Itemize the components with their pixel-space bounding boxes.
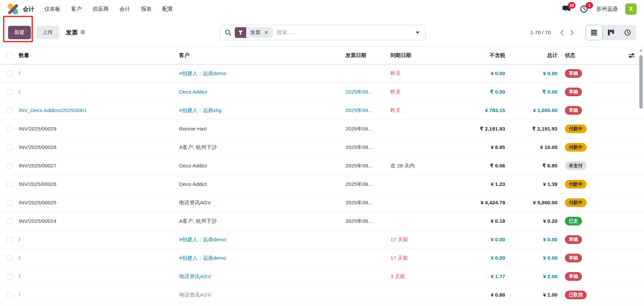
invoice-number: INV/2025/00024 bbox=[19, 218, 179, 224]
row-checkbox[interactable] bbox=[7, 292, 12, 298]
nav-item-vendors[interactable]: 供应商 bbox=[93, 6, 109, 13]
table-header-row: 数量 客户 发票日期 到期日期 不含税 总计 状态 bbox=[0, 47, 644, 64]
row-checkbox[interactable] bbox=[7, 274, 12, 279]
row-checkbox[interactable] bbox=[7, 255, 12, 261]
optional-columns-icon[interactable] bbox=[628, 52, 635, 59]
facet-remove-icon[interactable]: ✕ bbox=[264, 27, 273, 38]
row-checkbox[interactable] bbox=[7, 145, 12, 150]
row-checkbox[interactable] bbox=[7, 182, 12, 187]
table-row[interactable]: INV/2025/00027 Deco Addict 2025年09... 在 … bbox=[0, 157, 644, 175]
status-badge: 草稿 bbox=[565, 254, 582, 262]
table-row[interactable]: INV/2025/00028 A客户, 杭州下沙 2025年09... ¥ 8.… bbox=[0, 138, 644, 157]
header-status[interactable]: 状态 bbox=[557, 52, 619, 59]
search-dropdown-caret-icon[interactable] bbox=[416, 32, 420, 34]
vertical-scrollbar[interactable] bbox=[639, 47, 643, 306]
table-row[interactable]: INV_Deco Addicts/2025/0001 #创建人：远鼎xhg 20… bbox=[0, 101, 644, 120]
nav-item-accounting[interactable]: 会计 bbox=[119, 6, 130, 13]
header-due-date[interactable]: 到期日期 bbox=[390, 52, 474, 59]
header-invoice-date[interactable]: 发票日期 bbox=[345, 52, 390, 59]
untaxed-amount: ₹ 2,191.93 bbox=[474, 126, 505, 132]
row-checkbox[interactable] bbox=[7, 218, 12, 224]
table-row[interactable]: INV/2025/00025 电话资讯AGV 2025年09... ¥ 4,42… bbox=[0, 194, 644, 212]
table-row[interactable]: INV/2025/00024 A客户, 杭州下沙 2025年08... ¥ 0.… bbox=[0, 212, 644, 231]
activity-view-button[interactable] bbox=[619, 25, 636, 40]
nav-item-dashboard[interactable]: 仪表板 bbox=[44, 6, 60, 13]
activities-button[interactable]: 1 bbox=[579, 4, 589, 14]
total-amount: ¥ 1.39 bbox=[505, 181, 557, 187]
untaxed-amount: ¥ 0.00 bbox=[474, 255, 505, 261]
nav-item-reports[interactable]: 报表 bbox=[141, 6, 152, 13]
pager-next-button[interactable] bbox=[567, 27, 577, 38]
table-row[interactable]: / 电话资讯AGV 3 天前 ¥ 1.77 ¥ 2.00 草稿 bbox=[0, 267, 644, 286]
search-facet-invoices[interactable]: 发票 ✕ bbox=[235, 27, 273, 38]
untaxed-amount: ¥ 783.15 bbox=[474, 107, 505, 113]
table-row[interactable]: / #创建人：远鼎demo 17 天前 ¥ 0.00 ¥ 0.00 草稿 bbox=[0, 249, 644, 267]
kanban-view-icon bbox=[608, 30, 614, 36]
table-row[interactable]: / Deco Addict 2025年09... 昨天 ₹ 0.00 ₹ 0.0… bbox=[0, 83, 644, 101]
due-date: 在 28 天内 bbox=[390, 162, 474, 169]
select-all-checkbox[interactable] bbox=[7, 53, 12, 58]
customer-name: 电话资讯AGV bbox=[179, 273, 345, 280]
invoice-number: INV/2025/00026 bbox=[19, 181, 179, 187]
filter-funnel-icon bbox=[235, 27, 246, 38]
messages-button[interactable]: 10 bbox=[561, 4, 572, 14]
total-amount: ₹ 0.00 bbox=[505, 89, 557, 95]
customer-name: A客户, 杭州下沙 bbox=[179, 218, 345, 225]
user-avatar[interactable]: X bbox=[625, 3, 637, 15]
row-checkbox[interactable] bbox=[7, 126, 12, 132]
table-row[interactable]: INV/2025/00029 Ronnie Hart 2025年09... ₹ … bbox=[0, 120, 644, 138]
invoice-date: 2025年09... bbox=[345, 144, 390, 151]
table-row[interactable]: / #创建人：远鼎demo 17 天前 ¥ 0.00 ¥ 0.00 草稿 bbox=[0, 231, 644, 249]
invoice-number: / bbox=[19, 70, 179, 76]
invoice-date: 2025年09... bbox=[345, 162, 390, 169]
row-checkbox[interactable] bbox=[7, 237, 12, 243]
total-amount: ₹ 6.85 bbox=[505, 163, 557, 169]
untaxed-amount: ¥ 0.00 bbox=[474, 70, 505, 76]
table-row[interactable]: / #创建人：远鼎demo 昨天 ¥ 0.00 ¥ 0.00 草稿 bbox=[0, 64, 644, 83]
nav-item-settings[interactable]: 配置 bbox=[162, 6, 173, 13]
upload-button[interactable]: 上传 bbox=[36, 26, 59, 39]
row-checkbox[interactable] bbox=[7, 71, 12, 76]
untaxed-amount: ¥ 1.77 bbox=[474, 273, 505, 279]
untaxed-amount: ₹ 6.06 bbox=[474, 163, 505, 169]
header-total[interactable]: 总计 bbox=[505, 52, 557, 59]
header-customer[interactable]: 客户 bbox=[179, 52, 345, 59]
total-amount: ¥ 5,000.00 bbox=[505, 200, 557, 206]
total-amount: ₹ 2,191.93 bbox=[505, 126, 557, 132]
row-checkbox[interactable] bbox=[7, 108, 12, 113]
scrollbar-thumb[interactable] bbox=[639, 55, 643, 109]
gear-icon[interactable]: ⚙ bbox=[80, 30, 85, 35]
pager-previous-button[interactable] bbox=[557, 27, 567, 38]
customer-name: Ronnie Hart bbox=[179, 126, 345, 132]
kanban-view-button[interactable] bbox=[602, 25, 619, 40]
app-menu-accounting[interactable]: 会计 bbox=[23, 5, 34, 13]
status-badge: 草稿 bbox=[565, 88, 582, 96]
search-input[interactable] bbox=[277, 30, 413, 36]
nav-item-customers[interactable]: 客户 bbox=[71, 6, 82, 13]
status-badge: 付款中 bbox=[565, 180, 587, 189]
customer-name: #创建人：远鼎demo bbox=[179, 70, 345, 77]
row-checkbox[interactable] bbox=[7, 89, 12, 95]
search-bar[interactable]: 发票 ✕ bbox=[220, 25, 426, 40]
untaxed-amount: ¥ 1.23 bbox=[474, 181, 505, 187]
invoice-number: / bbox=[19, 273, 179, 279]
row-checkbox[interactable] bbox=[7, 163, 12, 169]
invoice-number: INV_Deco Addicts/2025/0001 bbox=[19, 107, 179, 113]
table-row[interactable]: INV/2025/00026 Deco Addict 2025年09... ¥ … bbox=[0, 175, 644, 194]
header-number[interactable]: 数量 bbox=[19, 52, 179, 59]
list-view-button[interactable] bbox=[586, 25, 602, 40]
due-date: 17 天前 bbox=[390, 255, 474, 262]
total-amount: ¥ 10.00 bbox=[505, 144, 557, 150]
invoice-number: INV/2025/00029 bbox=[19, 126, 179, 132]
company-name[interactable]: 苏州远鼎 bbox=[596, 6, 618, 13]
scrollbar-up-icon[interactable] bbox=[639, 49, 643, 51]
customer-name: A客户, 杭州下沙 bbox=[179, 144, 345, 151]
new-button[interactable]: 新建 bbox=[8, 26, 31, 39]
invoice-date: 2025年09... bbox=[345, 199, 390, 206]
row-checkbox[interactable] bbox=[7, 200, 12, 206]
app-logo-icon[interactable] bbox=[7, 3, 19, 15]
customer-name: #创建人：远鼎xhg bbox=[179, 107, 345, 114]
table-row[interactable]: / 电话资讯AGV ¥ 0.88 ¥ 1.00 已取消 bbox=[0, 286, 644, 304]
invoice-number: / bbox=[19, 255, 179, 261]
header-untaxed[interactable]: 不含税 bbox=[474, 52, 505, 59]
